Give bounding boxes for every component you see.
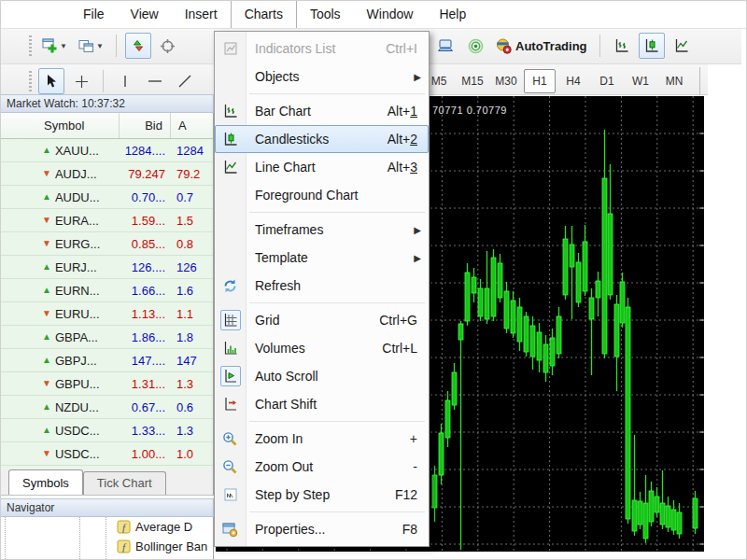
menu-item-template[interactable]: Template▶ [215,244,429,272]
autotrading-button[interactable]: AutoTrading [492,33,591,59]
market-watch-toggle-button[interactable] [125,33,151,59]
menubar-item-view[interactable]: View [118,1,172,28]
tab-tick-chart[interactable]: Tick Chart [83,471,166,495]
ask-value: 0.6 [171,400,214,414]
menu-item-auto-scroll[interactable]: Auto Scroll [215,362,429,390]
vertical-line-button[interactable] [112,68,138,94]
menu-item-objects[interactable]: Objects▶ [215,63,429,91]
symbol-label: EURN... [55,284,100,298]
new-chart-button[interactable]: ▼ [38,33,71,59]
menu-item-gutter [215,394,246,414]
menu-item-refresh[interactable]: Refresh [215,272,429,300]
mt4-logo-icon [38,7,57,23]
symbol-cell: ▼EURU... [1,307,120,321]
navigator-item[interactable]: fBollinger Ban [1,537,213,556]
menubar-item-window[interactable]: Window [354,1,427,28]
timeframe-button-mn[interactable]: MN [658,69,690,93]
menu-item-shortcut: - [413,459,429,474]
timeframes-toolbar: M5M15M30H1H4D1W1MN [423,67,700,95]
menu-item-label: Template [246,250,414,265]
menu-item-bar-chart[interactable]: Bar ChartAlt+1 [215,97,429,125]
navigator-toggle-button[interactable] [155,33,181,59]
profiles-button[interactable]: ▼ [75,33,107,59]
market-watch-row[interactable]: ▼EURU...1.13...1.1 [1,302,213,326]
submenu-arrow-icon: ▶ [414,253,429,263]
dropdown-caret-icon[interactable]: ▼ [96,42,104,50]
signal-icon [468,38,484,54]
timeframe-button-m30[interactable]: M30 [490,69,522,93]
market-watch-row[interactable]: ▼GBPU...1.31...1.3 [1,372,213,396]
menubar-item-tools[interactable]: Tools [297,1,354,28]
menu-item-volumes[interactable]: VolumesCtrl+L [215,334,429,362]
menu-item-indicators-list[interactable]: Indicators ListCtrl+I [215,35,429,63]
symbol-cell: ▲NZDU... [1,400,120,414]
market-watch-row[interactable]: ▲AUDU...0.70...0.7 [1,186,213,209]
menu-item-gutter [215,185,246,205]
menubar-item-insert[interactable]: Insert [172,1,231,28]
symbol-label: XAUU... [55,144,99,158]
column-header-symbol[interactable]: Symbol [1,113,120,138]
market-watch-row[interactable]: ▲NZDU...0.67...0.6 [1,396,213,419]
timeframe-button-h4[interactable]: H4 [557,69,589,93]
menu-item-gutter [215,428,246,449]
ask-value: 1.6 [171,284,214,298]
bar-chart-type-button[interactable] [609,33,635,59]
market-watch-row[interactable]: ▲GBPA...1.86...1.8 [1,326,213,349]
timeframe-button-m15[interactable]: M15 [457,69,488,93]
toolbar-grip[interactable] [29,35,32,56]
menu-item-step-by-step[interactable]: Step by StepF12 [215,481,429,509]
arrow-up-icon: ▲ [42,286,51,295]
menubar-item-file[interactable]: File [70,1,118,28]
terminal-toggle-button[interactable] [432,33,458,59]
column-header-bid[interactable]: Bid [120,113,171,138]
step-by-step-icon [223,487,238,502]
market-watch-column-headers: SymbolBidA [1,113,213,139]
menu-item-label: Zoom Out [246,459,413,474]
menu-item-grid[interactable]: GridCtrl+G [215,306,429,334]
market-watch-row[interactable]: ▲EURN...1.66...1.6 [1,279,213,302]
menu-item-label: Volumes [246,341,382,356]
strategy-tester-button[interactable] [462,33,488,59]
menubar-item-help[interactable]: Help [426,1,479,28]
menu-item-timeframes[interactable]: Timeframes▶ [215,216,429,244]
market-watch-row[interactable]: ▼AUDJ...79.24779.2 [1,162,213,186]
horizontal-line-button[interactable] [142,68,168,94]
menu-item-properties[interactable]: Properties...F8 [215,515,429,543]
timeframe-button-w1[interactable]: W1 [625,69,656,93]
arrow-up-icon: ▲ [42,356,51,365]
market-watch-row[interactable]: ▼EURA...1.59...1.5 [1,209,213,232]
line-chart-type-button[interactable] [669,33,695,59]
cursor-button[interactable] [38,68,64,94]
trendline-button[interactable] [172,68,198,94]
crosshair-button[interactable] [68,68,94,94]
dropdown-caret-icon[interactable]: ▼ [60,42,67,50]
menu-item-line-chart[interactable]: Line ChartAlt+3 [215,153,429,181]
market-watch-row[interactable]: ▲USDC...1.33...1.3 [1,419,213,442]
menu-item-foreground-chart[interactable]: Foreground Chart [215,181,429,209]
menu-item-candlesticks[interactable]: CandlesticksAlt+2 [215,125,429,153]
menu-item-shortcut: Alt+2 [388,132,429,147]
market-watch-row[interactable]: ▼EURG...0.85...0.8 [1,232,213,256]
market-watch-row[interactable]: ▲XAUU...1284....1284 [1,139,213,162]
menu-item-label: Auto Scroll [246,369,429,384]
menu-item-chart-shift[interactable]: Chart Shift [215,390,429,418]
timeframe-button-d1[interactable]: D1 [591,69,623,93]
market-watch-row[interactable]: ▲EURJ...126....126 [1,256,213,279]
navigator-item[interactable]: fAverage D [1,517,213,537]
menubar-item-charts[interactable]: Charts [231,1,297,28]
bid-value: 126.... [120,260,171,274]
symbol-label: GBPU... [55,377,100,391]
menu-item-gutter [215,219,246,240]
profiles-icon [78,38,94,54]
column-header-a[interactable]: A [171,113,214,138]
candlestick-type-button[interactable] [639,33,665,59]
market-watch-row[interactable]: ▲GBPJ...147....147 [1,349,213,372]
toolbar-grip[interactable] [29,71,32,91]
submenu-arrow-icon: ▶ [414,225,429,235]
tab-symbols[interactable]: Symbols [8,469,83,495]
timeframe-button-h1[interactable]: H1 [524,69,556,93]
menu-item-zoom-in[interactable]: Zoom In+ [215,425,429,453]
menu-item-label: Line Chart [246,160,388,175]
menu-item-zoom-out[interactable]: Zoom Out- [215,453,429,481]
market-watch-row[interactable]: ▼USDC...1.00...1.0 [1,442,213,466]
